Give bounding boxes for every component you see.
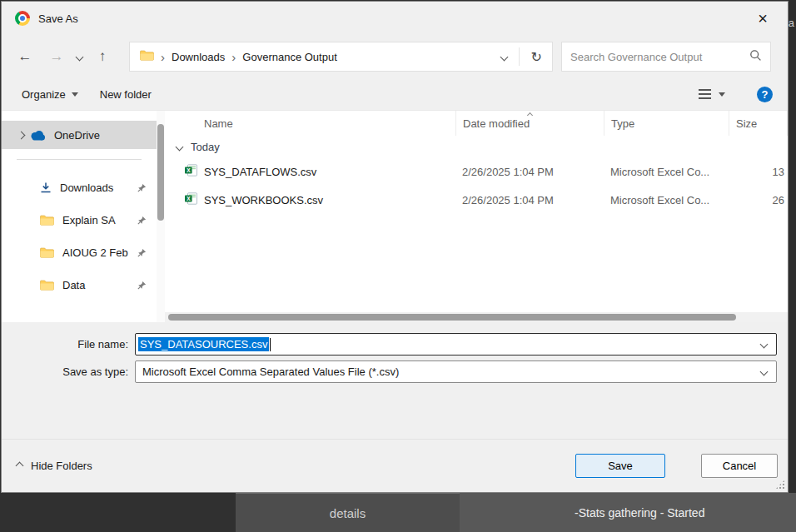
navigation-pane: OneDrive Downloads (2, 111, 157, 322)
chevron-up-icon (16, 462, 24, 470)
sidebar-item-label: Data (62, 279, 85, 291)
file-type: Microsoft Excel Co... (604, 166, 729, 178)
file-name-value: SYS_DATASOURCES.csv (138, 337, 269, 351)
file-name-input[interactable]: SYS_DATASOURCES.csv (135, 333, 777, 355)
background-text-status: -Stats gathering - Started (575, 506, 704, 520)
background-text-fragment: a (789, 17, 794, 29)
sidebar-item-label: OneDrive (54, 129, 100, 142)
collapse-group-icon (176, 142, 184, 151)
save-as-type-dropdown-icon (760, 368, 769, 376)
dialog-footer: Hide Folders Save Cancel (2, 439, 788, 492)
view-options-icon[interactable] (699, 89, 711, 99)
new-folder-button[interactable]: New folder (100, 88, 152, 101)
file-name: SYS_DATAFLOWS.csv (204, 166, 316, 178)
sidebar-item-downloads[interactable]: Downloads (2, 173, 157, 201)
svg-text:X: X (187, 196, 191, 201)
svg-text:X: X (187, 167, 191, 173)
vertical-scrollbar-thumb[interactable] (157, 124, 164, 221)
help-button[interactable]: ? (757, 87, 773, 102)
divider (519, 47, 520, 66)
column-header-type[interactable]: Type (604, 111, 729, 136)
save-form: File name: SYS_DATASOURCES.csv Save as t… (2, 322, 788, 388)
forward-button[interactable]: → (45, 48, 68, 65)
pin-icon (137, 183, 147, 192)
sidebar-item-label: Downloads (60, 181, 113, 194)
background-panel-right: -Stats gathering - Started (460, 493, 796, 532)
back-button[interactable]: ← (13, 48, 37, 65)
sidebar-item-data[interactable]: Data (2, 271, 157, 299)
background-panel-center: details (236, 493, 460, 532)
excel-file-icon: X (185, 192, 197, 207)
organize-button[interactable]: Organize (22, 88, 78, 101)
sidebar-item-explain-sa[interactable]: Explain SA (2, 206, 157, 234)
cancel-button[interactable]: Cancel (701, 454, 778, 478)
sidebar-separator (17, 159, 142, 160)
folder-icon (140, 50, 154, 63)
breadcrumb-separator-icon: › (231, 50, 236, 64)
background-page: details -Stats gathering - Started (0, 493, 796, 532)
breadcrumb-item-governance-output[interactable]: Governance Output (242, 51, 336, 63)
refresh-button[interactable]: ↻ (531, 49, 542, 65)
column-header-date-modified[interactable]: Date modified (455, 111, 604, 136)
search-icon (749, 49, 762, 64)
sidebar-item-onedrive[interactable]: OneDrive (2, 121, 157, 149)
window-title: Save As (38, 12, 78, 25)
file-date: 2/26/2025 1:04 PM (455, 194, 604, 206)
save-as-type-label: Save as type: (2, 365, 135, 378)
file-date: 2/26/2025 1:04 PM (455, 166, 604, 178)
save-button[interactable]: Save (575, 454, 665, 478)
folder-icon (40, 247, 54, 258)
pin-icon (137, 216, 147, 225)
horizontal-scrollbar-thumb[interactable] (168, 314, 736, 321)
view-options-chevron-icon[interactable] (719, 92, 725, 97)
file-browser: OneDrive Downloads (2, 110, 788, 322)
chevron-down-icon (72, 92, 78, 97)
pin-icon (137, 281, 147, 290)
up-button[interactable]: ↑ (91, 48, 114, 65)
excel-file-icon: X (185, 164, 197, 179)
command-toolbar: Organize New folder ? (2, 78, 788, 110)
navigation-bar: ← → ↑ › Downloads › Governance Output ↻ (2, 35, 788, 78)
horizontal-scrollbar[interactable] (165, 312, 788, 322)
downloads-icon (40, 182, 52, 193)
file-size: 26 (729, 194, 788, 206)
background-panel-left (0, 493, 236, 532)
text-caret (270, 338, 271, 351)
file-list: Name Date modified Type Size Today (165, 111, 788, 322)
address-dropdown-icon[interactable] (500, 52, 508, 61)
chrome-icon (15, 11, 30, 26)
folder-icon (40, 280, 54, 291)
folder-icon (40, 215, 54, 226)
file-size: 13 (729, 166, 788, 178)
file-type: Microsoft Excel Co... (604, 194, 729, 206)
background-text-details: details (330, 506, 366, 520)
column-headers: Name Date modified Type Size (165, 111, 788, 136)
expand-chevron-icon[interactable] (17, 131, 26, 139)
title-bar: Save As × (2, 2, 788, 35)
search-input[interactable] (570, 51, 749, 63)
vertical-scrollbar[interactable] (157, 111, 165, 322)
file-name: SYS_WORKBOOKS.csv (204, 194, 323, 206)
recent-locations-chevron-icon[interactable] (76, 52, 84, 61)
group-header-today[interactable]: Today (165, 136, 788, 157)
group-label: Today (191, 141, 220, 153)
file-name-label: File name: (2, 338, 135, 351)
organize-label: Organize (22, 88, 66, 101)
hide-folders-button[interactable]: Hide Folders (17, 460, 92, 472)
file-row[interactable]: X SYS_DATAFLOWS.csv 2/26/2025 1:04 PM Mi… (165, 157, 788, 186)
breadcrumb-separator-icon: › (161, 50, 165, 64)
file-row[interactable]: X SYS_WORKBOOKS.csv 2/26/2025 1:04 PM Mi… (165, 186, 788, 214)
breadcrumb: › Downloads › Governance Output ↻ (129, 42, 553, 72)
breadcrumb-item-downloads[interactable]: Downloads (172, 51, 225, 63)
sidebar-item-label: Explain SA (62, 214, 116, 226)
hide-folders-label: Hide Folders (31, 460, 92, 472)
onedrive-cloud-icon (29, 130, 46, 141)
file-name-dropdown-icon[interactable] (760, 341, 769, 349)
sidebar-item-aioug-2-feb[interactable]: AIOUG 2 Feb (2, 238, 157, 266)
column-header-name[interactable]: Name (165, 111, 455, 136)
save-as-type-value: Microsoft Excel Comma Separated Values F… (142, 365, 399, 378)
close-button[interactable]: × (751, 10, 774, 27)
pin-icon (137, 248, 147, 257)
save-as-type-select[interactable]: Microsoft Excel Comma Separated Values F… (135, 360, 777, 383)
column-header-size[interactable]: Size (729, 111, 788, 136)
